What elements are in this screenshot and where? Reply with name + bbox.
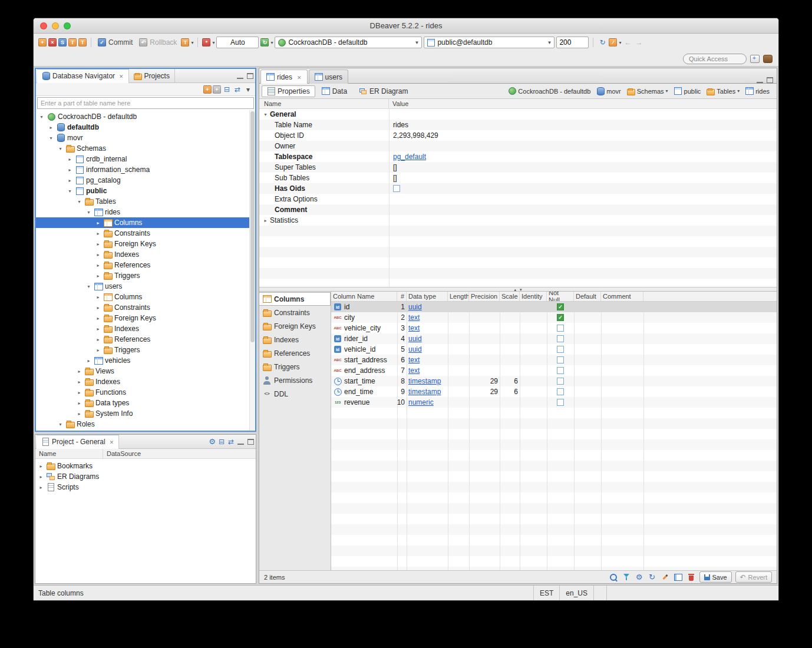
transaction-mode-combo[interactable]: Auto [216,37,259,48]
detail-tab-foreign-keys[interactable]: Foreign Keys [259,319,331,333]
data-type-link[interactable]: text [408,313,420,322]
data-type-link[interactable]: uuid [408,303,422,311]
property-row-extra-options[interactable]: Extra Options [259,194,777,204]
tree-item-data-types[interactable]: Data types [36,398,255,408]
close-window-button[interactable] [40,22,47,29]
grid-header-scale[interactable]: Scale [500,292,520,301]
connect-icon[interactable] [203,85,212,94]
new-folder-icon[interactable] [213,85,221,94]
quick-access-input[interactable] [683,54,747,64]
collapse-all-icon[interactable] [222,85,232,94]
minimize-window-button[interactable] [52,22,59,29]
property-row-table-name[interactable]: Table Namerides [259,120,777,130]
zoom-window-button[interactable] [64,22,71,29]
tree-expand-arrow[interactable] [76,379,82,385]
data-type-link[interactable]: uuid [408,335,422,343]
properties-name-header[interactable]: Name [259,99,389,108]
data-type-link[interactable]: text [408,324,420,332]
data-type-link[interactable]: uuid [408,345,422,353]
tree-expand-arrow[interactable] [76,390,82,395]
column-row-end-time[interactable]: end_time9timestamp296 [331,386,777,397]
not-null-checkbox[interactable] [557,335,564,342]
tree-item-information-schema[interactable]: information_schema [36,164,255,175]
group-arrow[interactable] [262,112,269,117]
column-row-rider-id[interactable]: rider_id4uuid [331,333,777,344]
edit-icon[interactable] [661,573,670,582]
column-row-start-address[interactable]: start_address6text [331,355,777,365]
tree-expand-arrow[interactable] [38,485,44,490]
tab-project-general[interactable]: Project - General [37,435,119,449]
tree-expand-arrow[interactable] [38,464,44,469]
data-type-link[interactable]: timestamp [408,388,441,396]
min-view-icon[interactable] [237,439,244,445]
tab-projects[interactable]: Projects [129,69,175,83]
tree-item-schemas[interactable]: Schemas [36,143,255,154]
tree-expand-arrow[interactable] [76,369,82,374]
back-icon[interactable] [623,38,632,47]
tree-expand-arrow[interactable] [76,401,82,406]
breadcrumb-item-cockroachdb-defaultdb[interactable]: CockroachDB - defaultdb [506,87,593,96]
tree-item-rides[interactable]: rides [36,207,255,217]
tree-item-triggers[interactable]: Triggers [36,270,255,281]
sql-format-icon[interactable] [609,38,617,47]
tree-item-constraints[interactable]: Constraints [36,302,255,313]
property-row-statistics[interactable]: Statistics [259,215,777,226]
schema-combo[interactable]: public@defaultdb ▼ [424,37,554,48]
view-menu-icon[interactable] [243,85,253,94]
tree-collapse-arrow[interactable] [38,114,45,120]
project-item-er-diagrams[interactable]: ER Diagrams [35,471,256,482]
panel-icon[interactable] [674,573,683,582]
collapse-all-icon[interactable] [217,438,226,446]
tree-item-foreign-keys[interactable]: Foreign Keys [36,239,255,249]
tree-item-system-info[interactable]: System Info [36,408,255,419]
not-null-checkbox[interactable] [557,388,564,395]
column-row-vehicle-city[interactable]: vehicle_city3text [331,323,777,333]
property-value[interactable]: [] [389,163,777,171]
max-editor-icon[interactable] [767,77,773,83]
breadcrumb-item-public[interactable]: public [672,87,704,96]
splitter-handle[interactable] [259,287,777,292]
editor-tab-users[interactable]: users [309,70,348,84]
tree-expand-arrow[interactable] [38,474,44,480]
tab-database-navigator[interactable]: Database Navigator [37,69,129,83]
fetch-size-input[interactable] [556,37,589,48]
grid-header-[interactable]: # [397,292,407,301]
grid-header-length[interactable]: Length [448,292,469,301]
property-row-comment[interactable]: Comment [259,204,777,215]
min-editor-icon[interactable] [757,77,763,83]
not-null-checkbox[interactable] [557,303,564,310]
tree-item-constraints[interactable]: Constraints [36,228,255,239]
grid-header-identity[interactable]: Identity [520,292,547,301]
tree-item-columns[interactable]: Columns [36,292,255,302]
column-row-vehicle-id[interactable]: vehicle_id5uuid [331,344,777,355]
detail-tab-columns[interactable]: Columns [259,292,331,306]
tree-item-cockroachdb-defaultdb[interactable]: CockroachDB - defaultdb [36,111,255,122]
not-null-checkbox[interactable] [557,356,564,363]
max-view-icon[interactable] [247,73,253,79]
min-view-icon[interactable] [237,73,243,79]
tree-collapse-arrow[interactable] [57,146,64,151]
tree-item-crdb-internal[interactable]: crdb_internal [36,154,255,164]
not-null-checkbox[interactable] [557,346,564,353]
max-view-icon[interactable] [247,439,254,445]
tree-expand-arrow[interactable] [76,411,82,416]
sql-editor-icon[interactable] [58,38,67,47]
tree-expand-arrow[interactable] [67,167,73,173]
property-value[interactable]: [] [389,174,777,182]
not-null-checkbox[interactable] [557,399,564,406]
column-header-name[interactable]: Name [35,449,103,458]
detail-tab-ddl[interactable]: DDL [259,387,331,401]
breadcrumb-item-schemas[interactable]: Schemas▾ [625,87,671,96]
tree-expand-arrow[interactable] [95,263,101,268]
project-item-bookmarks[interactable]: Bookmarks [35,461,256,471]
tree-collapse-arrow[interactable] [85,284,92,289]
grid-header-column-name[interactable]: Column Name [331,292,397,301]
find-icon[interactable] [609,573,618,582]
tree-item-users[interactable]: users [36,281,255,292]
tree-expand-arrow[interactable] [95,273,101,279]
column-row-city[interactable]: city2text [331,312,777,323]
detail-tab-permissions[interactable]: Permissions [259,373,331,387]
close-tab-icon[interactable] [295,73,302,81]
link-with-editor-icon[interactable] [233,85,242,94]
property-row-super-tables[interactable]: Super Tables[] [259,162,777,173]
